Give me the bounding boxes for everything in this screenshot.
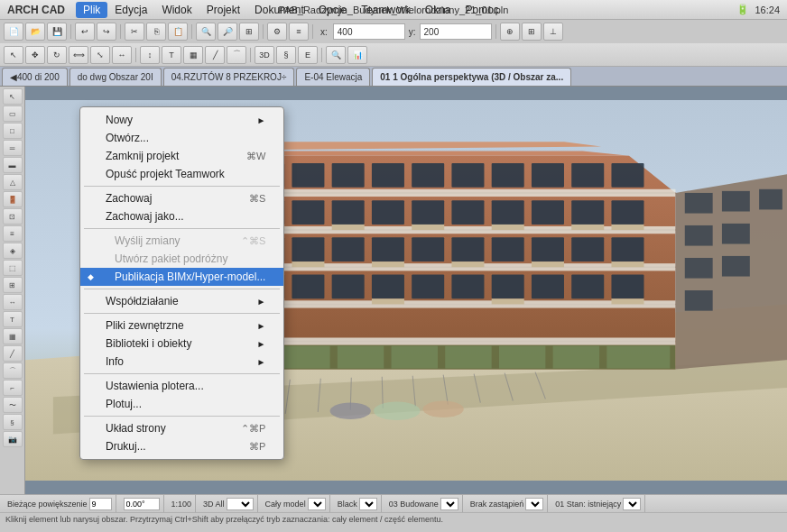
zoom-input[interactable] — [89, 498, 112, 510]
menu-widok[interactable]: Widok — [154, 2, 199, 18]
battery-indicator: 🔋 — [736, 4, 749, 15]
tb2-select[interactable]: ↖ — [4, 46, 23, 64]
tb-settings[interactable]: ⚙ — [267, 23, 287, 41]
status-select[interactable] — [623, 498, 641, 510]
tool-dim[interactable]: ↔ — [3, 294, 23, 310]
tb-ortho[interactable]: ⊥ — [543, 23, 563, 41]
dd-zachowaj[interactable]: Zachowaj ⌘S — [80, 189, 283, 207]
tool-arc[interactable]: ⌒ — [3, 362, 23, 379]
tb-cut[interactable]: ✂ — [125, 23, 144, 41]
tb2-section[interactable]: § — [276, 46, 296, 64]
dd-drukuj[interactable]: Drukuj... ⌘P — [80, 437, 283, 455]
tab-4[interactable]: 01 1 Ogólna perspektywa (3D / Obszar za.… — [372, 68, 571, 86]
dd-diamond-icon: ◆ — [88, 272, 94, 281]
tool-section[interactable]: § — [3, 414, 23, 430]
tb-open[interactable]: 📂 — [25, 23, 45, 41]
tb-snap[interactable]: ⊕ — [500, 23, 520, 41]
tb2-move[interactable]: ✥ — [25, 46, 45, 64]
svg-rect-126 — [685, 258, 713, 279]
tool-text[interactable]: T — [3, 311, 23, 327]
tb2-dim[interactable]: ↕ — [140, 46, 160, 64]
dd-plotuj[interactable]: Plotuj... — [80, 395, 283, 413]
dd-zamknij[interactable]: Zamknij projekt ⌘W — [80, 147, 283, 165]
tb-zoom-in[interactable]: 🔍 — [196, 23, 216, 41]
dd-info[interactable]: Info ► — [80, 353, 283, 371]
y-coord[interactable]: 200 — [420, 23, 492, 40]
dd-wspoldzialanie[interactable]: Współdziałanie ► — [80, 292, 283, 310]
tool-window[interactable]: ⊡ — [3, 208, 23, 225]
dd-otworz[interactable]: Otwórz... — [80, 129, 283, 147]
tb-fit[interactable]: ⊞ — [239, 23, 259, 41]
time-display: 16:24 — [755, 5, 780, 15]
tool-roof[interactable]: △ — [3, 174, 23, 190]
tabbar: ◀400 di 200 do dwg Obszar 20I 04.RZUTÓW … — [0, 67, 787, 87]
tb-new[interactable]: 📄 — [4, 23, 23, 41]
menu-projekt[interactable]: Projekt — [199, 2, 247, 18]
replace-select[interactable] — [525, 498, 543, 510]
tb2-fill[interactable]: ▦ — [183, 46, 203, 64]
svg-rect-64 — [571, 225, 604, 230]
tb-redo[interactable]: ↪ — [97, 23, 116, 41]
tool-stair[interactable]: ≡ — [3, 225, 23, 242]
tb2-arc[interactable]: ⌒ — [227, 46, 246, 64]
dd-zachowaj-jako[interactable]: Zachowaj jako... — [80, 207, 283, 225]
dd-ploter[interactable]: Ustawienia plotera... — [80, 377, 283, 395]
dd-nowy[interactable]: Nowy ► — [80, 111, 283, 129]
pen-select[interactable] — [359, 498, 377, 510]
tb-zoom-out[interactable]: 🔎 — [218, 23, 237, 41]
tb2-rotate[interactable]: ↻ — [47, 46, 67, 64]
tb-undo[interactable]: ↩ — [75, 23, 95, 41]
tool-line[interactable]: ╱ — [3, 345, 23, 362]
tb-save[interactable]: 💾 — [47, 23, 67, 41]
dd-uklad[interactable]: Układ strony ⌃⌘P — [80, 419, 283, 437]
tool-beam[interactable]: ═ — [3, 140, 23, 156]
tool-polyline[interactable]: ⌐ — [3, 380, 23, 396]
tool-door[interactable]: 🚪 — [3, 191, 23, 207]
tb2-text[interactable]: T — [162, 46, 181, 64]
tb2-line[interactable]: ╱ — [205, 46, 225, 64]
menu-plik[interactable]: Plik — [76, 2, 107, 18]
tool-camera[interactable]: 📷 — [3, 431, 23, 447]
tool-mesh[interactable]: ⊞ — [3, 277, 23, 293]
tab-1[interactable]: do dwg Obszar 20I — [69, 68, 162, 86]
tb-paste[interactable]: 📋 — [168, 23, 188, 41]
dd-publikacja[interactable]: ◆ Publikacja BIMx/Hyper-model... — [80, 268, 283, 286]
tool-select[interactable]: ↖ — [3, 88, 23, 105]
x-coord[interactable]: 400 — [333, 23, 405, 40]
display-select[interactable] — [308, 498, 326, 510]
tb2-stretch[interactable]: ↔ — [112, 46, 132, 64]
tool-slab[interactable]: ▬ — [3, 157, 23, 173]
tb2-elevation[interactable]: E — [298, 46, 318, 64]
svg-rect-51 — [372, 200, 404, 225]
tab-3[interactable]: E-04 Elewacja — [296, 68, 370, 86]
dd-pakiet[interactable]: Utwórz pakiet podróżny — [80, 250, 283, 268]
menu-edycja[interactable]: Edycja — [107, 2, 154, 18]
dd-pliki[interactable]: Pliki zewnętrzne ► — [80, 316, 283, 335]
tb2-scale[interactable]: ⤡ — [90, 46, 110, 64]
tb2-find[interactable]: 🔍 — [326, 46, 346, 64]
tb2-3d[interactable]: 3D — [255, 46, 274, 64]
dd-biblioteki[interactable]: Biblioteki i obiekty ► — [80, 335, 283, 353]
tb-layers[interactable]: ≡ — [289, 23, 309, 41]
tool-column[interactable]: □ — [3, 123, 23, 139]
display-field: Cały model — [262, 495, 330, 512]
dd-wyslij[interactable]: Wyślij zmiany ⌃⌘S — [80, 232, 283, 250]
tab-2[interactable]: 04.RZUTÓW 8 PRZEKROJ÷ — [163, 68, 295, 86]
tool-object[interactable]: ◈ — [3, 243, 23, 259]
tb-grid[interactable]: ⊞ — [522, 23, 542, 41]
tb-copy[interactable]: ⎘ — [146, 23, 166, 41]
tool-spline[interactable]: 〜 — [3, 397, 23, 413]
tab-0[interactable]: ◀400 di 200 — [2, 68, 68, 86]
tb2-classify[interactable]: 📊 — [347, 46, 367, 64]
layer-select[interactable] — [440, 498, 458, 510]
dd-opusc[interactable]: Opuść projekt Teamwork — [80, 165, 283, 183]
view-mode-select[interactable] — [227, 498, 254, 510]
tb2-mirror[interactable]: ⟺ — [69, 46, 88, 64]
viewport[interactable]: x z y Nowy ► Otwórz... Zamknij projekt ⌘… — [25, 87, 787, 494]
svg-rect-54 — [492, 200, 524, 225]
tool-fill[interactable]: ▦ — [3, 328, 23, 344]
tool-zone[interactable]: ⬚ — [3, 260, 23, 276]
zoom-label: Bieżące powiększenie — [7, 500, 88, 509]
tool-wall[interactable]: ▭ — [3, 105, 23, 122]
angle-input[interactable] — [124, 498, 160, 510]
